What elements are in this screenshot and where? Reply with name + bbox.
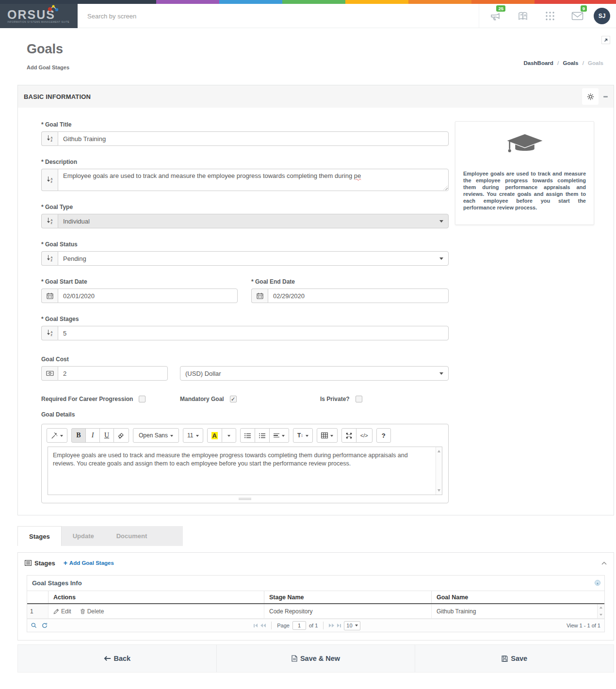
apps-menu-button[interactable]	[536, 4, 564, 28]
numbered-list-icon	[259, 433, 265, 438]
breadcrumb-separator: /	[557, 60, 559, 66]
actions-column-header[interactable]: Actions	[49, 591, 264, 603]
actions-cell: Edit Delete	[49, 604, 264, 618]
bold-button[interactable]: B	[71, 428, 86, 443]
required-for-career-checkbox[interactable]	[139, 396, 146, 402]
mandatory-goal-label: Mandatory Goal	[180, 396, 224, 402]
tab-stages[interactable]: Stages	[17, 526, 62, 546]
italic-button[interactable]: I	[85, 428, 100, 443]
back-button[interactable]: Back	[18, 645, 216, 672]
chevron-down-icon	[170, 435, 173, 438]
breadcrumb-goals[interactable]: Goals	[563, 60, 578, 66]
goal-type-label: * Goal Type	[41, 204, 449, 210]
style-dropdown-button[interactable]	[47, 428, 67, 443]
announcements-button[interactable]: 25	[482, 4, 509, 28]
prev-page-button[interactable]	[260, 624, 266, 627]
stage-name-column-header[interactable]: Stage Name	[264, 591, 432, 603]
tab-document[interactable]: Document	[105, 526, 159, 546]
scroll-up-icon[interactable]	[600, 605, 602, 609]
translate-button[interactable]	[509, 4, 536, 28]
mail-button[interactable]: 9	[564, 4, 591, 28]
clear-format-button[interactable]	[113, 428, 129, 443]
edit-button[interactable]: Edit	[53, 608, 71, 615]
breadcrumb-dashboard[interactable]: DashBoard	[523, 60, 553, 66]
delete-button[interactable]: Delete	[80, 608, 104, 615]
main-content: Goals Add Goal Stages DashBoard / Goals …	[17, 30, 614, 673]
strip-orange	[408, 0, 471, 4]
chevron-down-icon	[330, 435, 333, 438]
page-number-input[interactable]	[292, 621, 306, 630]
list-icon	[25, 560, 32, 566]
goal-title-input[interactable]	[58, 131, 449, 146]
sort-alpha-icon: AZ	[41, 326, 58, 340]
goal-start-date-field: * Goal Start Date	[41, 278, 238, 303]
ordered-list-button[interactable]	[255, 428, 270, 443]
chevron-down-icon	[439, 257, 443, 262]
font-color-dropdown[interactable]	[222, 428, 236, 443]
detail-tabs: Stages Update Document	[17, 526, 183, 546]
goal-cost-label: Goal Cost	[41, 356, 449, 363]
goal-status-select[interactable]: Pending	[58, 251, 449, 266]
next-page-button[interactable]	[329, 624, 334, 627]
required-for-career-label: Required For Career Progression	[41, 396, 133, 402]
search-records-button[interactable]	[31, 623, 37, 628]
textarea-resize-handle[interactable]	[443, 186, 448, 190]
page-size-value: 10	[346, 623, 352, 628]
search-input[interactable]	[87, 13, 243, 20]
scroll-up-icon[interactable]	[438, 449, 440, 452]
editor-content-area[interactable]: Employee goals are used to track and mea…	[48, 447, 442, 495]
refresh-button[interactable]	[42, 623, 48, 628]
is-private-field: Is Private?	[320, 396, 362, 402]
table-row[interactable]: 1 Edit	[27, 604, 604, 619]
line-height-dropdown[interactable]: T↕	[293, 428, 313, 443]
editor-resize-bar[interactable]	[42, 495, 448, 503]
tab-update[interactable]: Update	[62, 526, 105, 546]
goal-end-date-input[interactable]	[268, 288, 449, 303]
unordered-list-button[interactable]	[240, 428, 255, 443]
announcements-badge: 25	[496, 5, 505, 12]
editor-scrollbar[interactable]	[436, 447, 442, 495]
mandatory-goal-checkbox[interactable]: ✓	[230, 396, 237, 402]
table-dropdown[interactable]	[317, 428, 338, 443]
description-textarea[interactable]: Employee goals are used to track and mea…	[58, 169, 449, 191]
font-size-dropdown[interactable]: 11	[183, 428, 203, 443]
goal-name-column-header[interactable]: Goal Name	[432, 591, 604, 603]
collapse-minus-icon[interactable]	[603, 96, 608, 97]
save-and-new-button[interactable]: Save & New	[216, 645, 415, 672]
user-avatar[interactable]: SJ	[594, 8, 610, 24]
scroll-down-icon[interactable]	[438, 489, 440, 493]
font-family-dropdown[interactable]: Open Sans	[133, 428, 179, 443]
description-field: * Description AZ Employee goals are used…	[41, 159, 449, 191]
expand-button[interactable]	[601, 36, 610, 44]
goal-type-select[interactable]: Individual	[58, 214, 449, 228]
collapse-chevron-up-icon[interactable]	[601, 561, 607, 565]
save-label: Save	[511, 655, 527, 662]
scroll-down-icon[interactable]	[600, 614, 602, 617]
orsus-logo[interactable]: ORSUS INFORMATION SYSTEMS MANAGEMENT SUI…	[0, 4, 78, 28]
goal-start-date-input[interactable]	[58, 288, 238, 303]
font-color-button[interactable]: A	[207, 428, 222, 443]
goal-title-label: * Goal Title	[41, 121, 449, 128]
add-goal-stages-link[interactable]: + Add Goal Stages	[64, 559, 114, 567]
underline-button[interactable]: U	[99, 428, 114, 443]
last-page-button[interactable]	[337, 624, 341, 627]
is-private-label: Is Private?	[320, 396, 350, 402]
goal-cost-input[interactable]	[58, 366, 168, 381]
currency-select[interactable]: (USD) Dollar	[180, 366, 449, 381]
grid-collapse-button[interactable]	[595, 580, 600, 586]
section-title: BASIC INFORMATION	[24, 93, 91, 100]
is-private-checkbox[interactable]	[356, 396, 362, 402]
fullscreen-button[interactable]	[341, 428, 357, 443]
paragraph-align-dropdown[interactable]	[269, 428, 289, 443]
chevron-down-icon	[282, 435, 285, 438]
breadcrumb-separator: /	[583, 60, 584, 66]
page-size-select[interactable]: 10	[344, 621, 360, 630]
first-page-button[interactable]	[254, 624, 258, 627]
save-button[interactable]: Save	[415, 645, 614, 672]
goal-stages-input[interactable]	[58, 326, 449, 340]
grid-scrollbar[interactable]	[597, 604, 604, 618]
help-button[interactable]: ?	[376, 428, 391, 443]
code-view-button[interactable]: </>	[356, 428, 373, 443]
settings-button[interactable]	[582, 88, 599, 105]
panel-tools	[582, 88, 608, 105]
